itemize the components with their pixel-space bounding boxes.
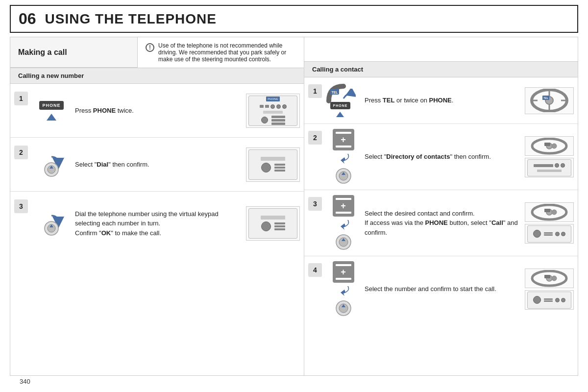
right-step-3-icon: + bbox=[325, 195, 362, 251]
svg-point-29 bbox=[552, 210, 557, 215]
making-call-title: Making a call bbox=[18, 48, 67, 57]
right-step-number-1: 1 bbox=[308, 84, 322, 98]
left-step-1: 1 PHONE Press PHONE twice. bbox=[10, 84, 304, 138]
scroll-arrow-2-icon bbox=[334, 218, 353, 232]
right-panel: Calling a contact 1 TEL bbox=[304, 37, 578, 375]
right-step-1-text: Press TEL or twice on PHONE. bbox=[365, 96, 522, 105]
left-step-3: 3 bbox=[10, 192, 304, 255]
right-step-4-image-headunit bbox=[525, 290, 574, 310]
warning-text: Use of the telephone is not recommended … bbox=[158, 42, 296, 63]
tel-arrow-icon bbox=[341, 89, 356, 101]
steering-4-svg bbox=[530, 270, 569, 287]
step-3-text: Dial the telephone number using the virt… bbox=[75, 209, 242, 238]
step-number-3: 3 bbox=[14, 199, 28, 213]
phone-button-icon: PHONE bbox=[39, 101, 63, 110]
chapter-title: USING THE TELEPHONE bbox=[45, 11, 217, 27]
scroll-arrow-icon bbox=[334, 151, 353, 166]
knob-small-3-icon bbox=[335, 299, 352, 317]
warning-icon: ! bbox=[146, 43, 154, 52]
right-step-4: 4 + bbox=[304, 256, 578, 322]
svg-text:TEL: TEL bbox=[331, 91, 338, 94]
right-steps: 1 TEL bbox=[304, 77, 578, 375]
step-1-image: PHONE bbox=[246, 94, 300, 128]
left-subsection-title: Calling a new number bbox=[18, 72, 84, 79]
step-number-1: 1 bbox=[14, 92, 28, 105]
svg-point-36 bbox=[552, 276, 557, 281]
right-step-1-icon: TEL bbox=[325, 84, 362, 117]
svg-rect-21 bbox=[544, 143, 550, 146]
knob-small-icon bbox=[335, 167, 352, 185]
page-header: 06 USING THE TELEPHONE bbox=[10, 5, 578, 33]
right-step-4-text: Select the number and confirm to start t… bbox=[365, 284, 522, 294]
right-spacer bbox=[304, 37, 578, 62]
right-step-2-images bbox=[525, 136, 574, 177]
making-call-section: Making a call ! Use of the telephone is … bbox=[10, 37, 304, 68]
scroll-arrow-3-icon bbox=[334, 284, 353, 298]
right-step-3-image-steering bbox=[525, 202, 574, 222]
step-1-text: Press PHONE twice. bbox=[75, 106, 242, 116]
main-content: Making a call ! Use of the telephone is … bbox=[10, 37, 578, 376]
right-step-3-text: Select the desired contact and confirm. … bbox=[365, 209, 522, 238]
right-step-2-image-steering bbox=[525, 136, 574, 156]
right-subsection-header: Calling a contact bbox=[304, 62, 578, 77]
right-step-number-2: 2 bbox=[308, 131, 322, 145]
right-step-4-image-steering bbox=[525, 269, 574, 288]
chapter-number: 06 bbox=[19, 10, 36, 28]
right-step-1: 1 TEL bbox=[304, 77, 578, 124]
knob-small-2-icon bbox=[335, 233, 352, 251]
menu-button-2-icon: + bbox=[333, 195, 354, 217]
right-step-number-4: 4 bbox=[308, 263, 322, 277]
left-subsection-header: Calling a new number bbox=[10, 68, 304, 84]
step-1-icon: PHONE bbox=[32, 101, 71, 121]
step-2-icon bbox=[32, 152, 71, 177]
steering-3-svg bbox=[530, 204, 569, 221]
steering-2-svg bbox=[530, 138, 569, 155]
right-step-2: 2 + bbox=[304, 124, 578, 190]
svg-rect-35 bbox=[544, 275, 550, 278]
right-step-2-text: Select "Directory of contacts" then conf… bbox=[365, 152, 522, 162]
svg-point-22 bbox=[552, 144, 557, 148]
right-step-1-images: TEL bbox=[525, 87, 574, 114]
steering-wheel-svg: TEL bbox=[530, 89, 569, 112]
right-subsection-title: Calling a contact bbox=[312, 66, 363, 73]
right-step-3-images bbox=[525, 202, 574, 244]
right-step-2-icon: + bbox=[325, 129, 362, 185]
svg-text:TEL: TEL bbox=[543, 97, 548, 99]
svg-rect-28 bbox=[544, 209, 550, 212]
step-2-image bbox=[246, 147, 300, 182]
step-3-image bbox=[246, 206, 300, 241]
right-step-3-image-headunit bbox=[525, 224, 574, 244]
menu-button-icon: + bbox=[333, 129, 354, 150]
page-footer: 340 bbox=[10, 376, 578, 387]
rotary-knob-icon bbox=[39, 152, 64, 177]
left-panel: Making a call ! Use of the telephone is … bbox=[10, 37, 304, 375]
right-step-number-3: 3 bbox=[308, 197, 322, 211]
right-step-4-icon: + bbox=[325, 261, 362, 317]
step-number-2: 2 bbox=[14, 146, 28, 159]
page-number: 340 bbox=[10, 373, 40, 390]
right-step-3: 3 + bbox=[304, 190, 578, 256]
warning-note: ! Use of the telephone is not recommende… bbox=[138, 37, 304, 68]
step-3-icon bbox=[32, 211, 71, 236]
right-step-2-image-headunit bbox=[525, 158, 574, 177]
step-2-text: Select "Dial" then confirm. bbox=[75, 160, 242, 170]
left-steps: 1 PHONE Press PHONE twice. bbox=[10, 84, 304, 375]
menu-button-3-icon: + bbox=[333, 261, 354, 283]
making-call-header: Making a call bbox=[10, 37, 138, 68]
arrow-up-icon bbox=[47, 114, 56, 121]
right-step-1-image-steering: TEL bbox=[525, 87, 574, 114]
rotary-knob-2-icon bbox=[39, 211, 64, 236]
right-step-4-images bbox=[525, 269, 574, 310]
left-step-2: 2 bbox=[10, 138, 304, 192]
